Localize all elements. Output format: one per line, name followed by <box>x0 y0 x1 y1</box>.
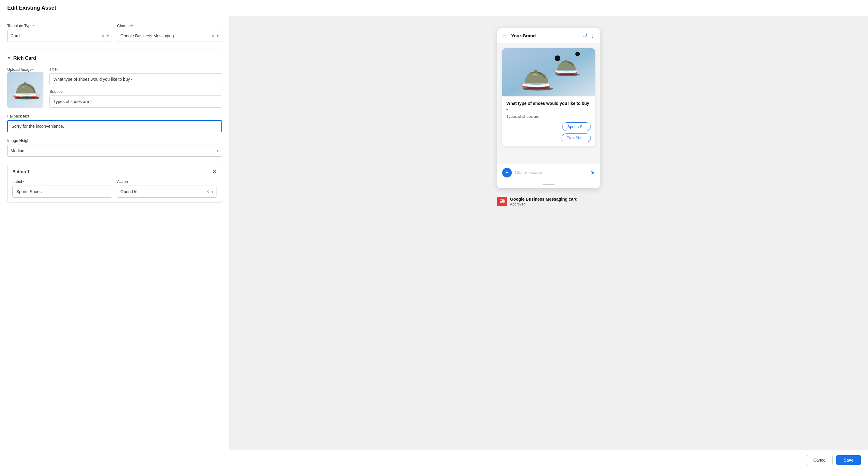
rich-card-title: Rich Card <box>13 56 36 61</box>
image-height-icons: ▾ <box>217 148 219 153</box>
home-indicator <box>542 184 555 185</box>
subtitle-field-label: Subtitle <box>50 89 222 94</box>
channel-group: Channel• Google Business Messaging ✕ ▾ <box>117 24 222 42</box>
template-type-clear-icon[interactable]: ✕ <box>101 33 105 38</box>
template-type-label: Template Type• <box>7 24 112 28</box>
card-preview-buttons: Sports S... Trek Sho... <box>506 122 591 142</box>
button-1-label-group: Label• <box>12 179 112 198</box>
button-1-action-chevron-icon[interactable]: ▾ <box>211 189 214 194</box>
button-1-action-group: Action Open Url ✕ ▾ <box>117 179 217 198</box>
image-height-value: Medium <box>10 148 217 153</box>
image-height-select[interactable]: Medium ▾ <box>7 145 222 157</box>
card-preview-btn1[interactable]: Sports S... <box>562 122 591 131</box>
button-1-action-select[interactable]: Open Url ✕ ▾ <box>117 186 217 198</box>
phone-header: ← Your-Brand 🛡 ⋮ <box>497 28 600 43</box>
verified-shield-icon: 🛡 <box>582 33 587 39</box>
right-panel: ← Your-Brand 🛡 ⋮ <box>229 16 868 450</box>
save-button[interactable]: Save <box>836 455 861 465</box>
phone-chat-bar: + Chat message ➤ <box>497 164 600 181</box>
fallback-text-input[interactable] <box>7 120 222 132</box>
page-footer: Cancel Save <box>0 450 868 470</box>
image-preview[interactable] <box>7 72 43 108</box>
template-type-value: Card <box>10 33 101 38</box>
title-subtitle-group: Title• Subtitle <box>50 67 222 108</box>
chat-send-icon[interactable]: ➤ <box>591 169 595 176</box>
card-image <box>502 48 595 96</box>
upload-image-area: Upload Image• <box>7 67 222 108</box>
cancel-button[interactable]: Cancel <box>807 455 833 465</box>
svg-point-8 <box>523 87 553 90</box>
subtitle-input[interactable] <box>50 96 222 107</box>
button-1-label-required: • <box>23 179 24 184</box>
chat-plus-button[interactable]: + <box>502 168 512 177</box>
card-preview-title: What type of shoes would you like to buy… <box>506 101 591 112</box>
section-divider <box>7 49 222 49</box>
button-1-action-clear-icon[interactable]: ✕ <box>206 189 210 194</box>
button-1-action-value: Open Url <box>120 189 206 194</box>
asset-name: Google Business Messaging card <box>510 197 578 202</box>
channel-chevron-icon[interactable]: ▾ <box>217 33 219 38</box>
brand-name: Your-Brand <box>511 33 579 38</box>
button-1-card: Button 1 ✕ Label• Action Open Url <box>7 164 222 203</box>
upload-image-label: Upload Image• <box>7 67 34 72</box>
button-1-action-icons: ✕ ▾ <box>206 189 214 194</box>
collapse-icon[interactable]: ▼ <box>7 56 11 60</box>
svg-point-12 <box>556 73 580 76</box>
card-preview-btn2[interactable]: Trek Sho... <box>562 133 591 142</box>
template-type-group: Template Type• Card ✕ ▾ <box>7 24 112 42</box>
image-height-label: Image Height <box>7 138 222 143</box>
image-height-chevron-icon[interactable]: ▾ <box>217 148 219 153</box>
subtitle-field-group: Subtitle <box>50 89 222 108</box>
svg-rect-15 <box>500 199 504 203</box>
top-fields-row: Template Type• Card ✕ ▾ Channel• <box>7 24 222 42</box>
page-title: Edit Existing Asset <box>7 5 56 11</box>
channel-required: • <box>132 24 134 28</box>
phone-body: What type of shoes would you like to buy… <box>497 43 600 164</box>
card-preview-subtitle: Types of shoes are - <box>506 114 591 119</box>
more-options-icon[interactable]: ⋮ <box>590 33 595 39</box>
asset-details: Google Business Messaging card Approved <box>510 197 578 206</box>
svg-point-14 <box>575 52 580 56</box>
title-required: • <box>57 67 59 71</box>
button-1-title: Button 1 <box>12 169 30 174</box>
upload-image-required: • <box>32 67 34 72</box>
phone-bottom-bar <box>497 181 600 188</box>
phone-header-icons: 🛡 ⋮ <box>582 33 595 39</box>
rich-card-preview: What type of shoes would you like to buy… <box>502 48 595 146</box>
channel-clear-icon[interactable]: ✕ <box>211 33 215 38</box>
phone-preview: ← Your-Brand 🛡 ⋮ <box>497 28 600 188</box>
button-1-label-input[interactable] <box>12 186 112 198</box>
page-header: Edit Existing Asset <box>0 0 868 16</box>
asset-icon <box>497 197 507 206</box>
channel-label: Channel• <box>117 24 222 28</box>
svg-rect-17 <box>500 202 504 202</box>
image-upload-group: Upload Image• <box>7 67 43 108</box>
channel-select[interactable]: Google Business Messaging ✕ ▾ <box>117 30 222 42</box>
fallback-text-label: Fallback text <box>7 114 222 119</box>
asset-info: Google Business Messaging card Approved <box>497 193 600 210</box>
title-field-label: Title• <box>50 67 222 71</box>
back-arrow-icon[interactable]: ← <box>502 33 507 39</box>
card-content: What type of shoes would you like to buy… <box>502 96 595 146</box>
title-field-group: Title• <box>50 67 222 86</box>
rich-card-section-header: ▼ Rich Card <box>7 56 222 61</box>
asset-status: Approved <box>510 202 578 206</box>
template-type-icons: ✕ ▾ <box>101 33 109 38</box>
template-type-required: • <box>33 24 35 28</box>
channel-icons: ✕ ▾ <box>211 33 219 38</box>
template-type-select[interactable]: Card ✕ ▾ <box>7 30 112 42</box>
button-1-close[interactable]: ✕ <box>212 169 217 174</box>
chat-message-placeholder[interactable]: Chat message <box>515 170 588 175</box>
channel-value: Google Business Messaging <box>120 33 211 38</box>
button-1-action-label: Action <box>117 179 217 184</box>
button-1-fields: Label• Action Open Url ✕ ▾ <box>12 179 217 198</box>
svg-point-2 <box>14 96 39 99</box>
button-1-header: Button 1 ✕ <box>12 169 217 174</box>
button-1-label-label: Label• <box>12 179 112 184</box>
svg-rect-16 <box>500 200 502 201</box>
image-height-group: Image Height Medium ▾ <box>7 138 222 157</box>
left-panel: Template Type• Card ✕ ▾ Channel• <box>0 16 229 450</box>
title-input[interactable] <box>50 73 222 85</box>
svg-point-13 <box>555 56 560 61</box>
template-type-chevron-icon[interactable]: ▾ <box>107 33 109 38</box>
